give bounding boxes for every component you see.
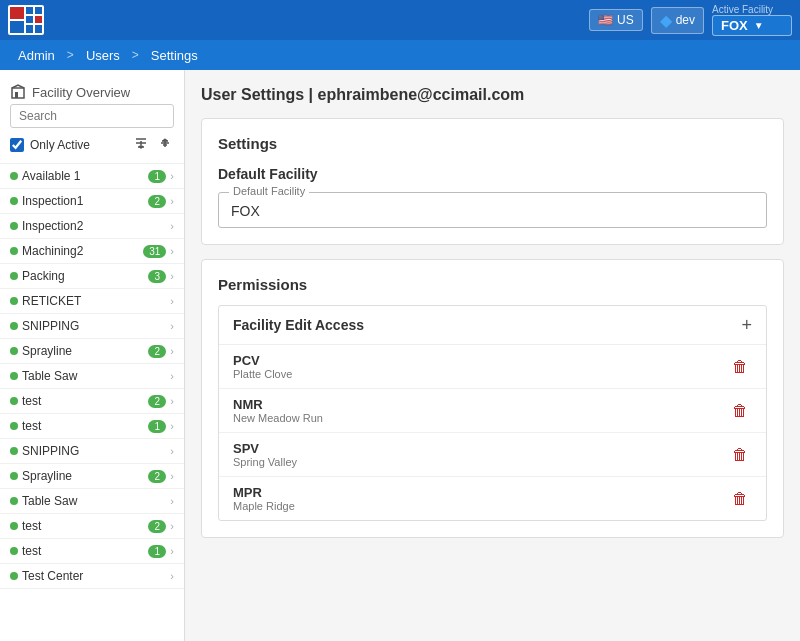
chevron-right-icon: › [170,320,174,332]
us-label: US [617,13,634,27]
sidebar-item[interactable]: Test Center › [0,564,184,589]
access-name: Maple Ridge [233,500,728,512]
chevron-right-icon: › [170,245,174,257]
chevron-right-icon: › [170,220,174,232]
sidebar-item[interactable]: test 2 › [0,514,184,539]
item-name: RETICKET [22,294,166,308]
sidebar-item[interactable]: Packing 3 › [0,264,184,289]
sidebar-item[interactable]: Table Saw › [0,364,184,389]
sidebar-list: Available 1 1 › Inspection1 2 › Inspecti… [0,164,184,641]
add-access-button[interactable]: + [741,316,752,334]
sidebar-title: Facility Overview [10,78,174,104]
sidebar-item[interactable]: test 1 › [0,414,184,439]
diamond-icon: ◆ [660,11,672,30]
chevron-right-icon: › [170,270,174,282]
settings-card-title: Settings [218,135,767,152]
filter-icon-button[interactable] [156,134,174,155]
chevron-down-icon: ▼ [754,20,764,31]
svg-rect-6 [35,16,42,23]
default-facility-field: Default Facility FOX [218,192,767,228]
sidebar-item[interactable]: Available 1 1 › [0,164,184,189]
facility-select-button[interactable]: FOX ▼ [712,15,792,36]
status-dot [10,522,18,530]
permissions-card: Permissions Facility Edit Access + PCV P… [201,259,784,538]
chevron-right-icon: › [170,545,174,557]
facility-edit-access-title: Facility Edit Access [233,317,364,333]
sidebar-item[interactable]: SNIPPING › [0,439,184,464]
svg-rect-7 [26,25,33,33]
status-dot [10,247,18,255]
svg-rect-1 [10,7,24,19]
nav-settings[interactable]: Settings [143,43,206,68]
chevron-right-icon: › [170,370,174,382]
status-dot [10,497,18,505]
mem-logo-icon [8,5,44,35]
default-facility-section-title: Default Facility [218,166,767,182]
top-bar: MEM 🇺🇸 US ◆ dev Active Facility FOX ▼ [0,0,800,40]
chevron-right-icon: › [170,470,174,482]
count-badge: 2 [148,395,166,408]
item-name: Inspection2 [22,219,166,233]
item-name: Test Center [22,569,166,583]
access-code: NMR [233,397,728,412]
sidebar-item[interactable]: test 2 › [0,389,184,414]
sidebar-header: Facility Overview Only Active [0,70,184,164]
search-input[interactable] [10,104,174,128]
sidebar-item[interactable]: Inspection1 2 › [0,189,184,214]
chevron-right-icon: › [170,170,174,182]
us-flag-emoji: 🇺🇸 [598,13,613,27]
sidebar-item[interactable]: Table Saw › [0,489,184,514]
item-name: Table Saw [22,494,166,508]
dev-button[interactable]: ◆ dev [651,7,704,34]
filter-row: Only Active [10,128,174,159]
access-name: New Meadow Run [233,412,728,424]
access-info: NMR New Meadow Run [233,397,728,424]
access-items-container: PCV Platte Clove 🗑 NMR New Meadow Run 🗑 … [219,345,766,520]
delete-access-button[interactable]: 🗑 [728,488,752,510]
top-right-controls: 🇺🇸 US ◆ dev Active Facility FOX ▼ [589,4,792,36]
delete-access-button[interactable]: 🗑 [728,444,752,466]
sidebar-item[interactable]: Inspection2 › [0,214,184,239]
nav-admin[interactable]: Admin [10,43,63,68]
content-area: User Settings | ephraimbene@ccimail.com … [185,70,800,641]
sidebar-item[interactable]: SNIPPING › [0,314,184,339]
default-facility-field-label: Default Facility [229,185,309,197]
nav-sep-2: > [132,48,139,62]
chevron-right-icon: › [170,295,174,307]
access-info: MPR Maple Ridge [233,485,728,512]
sidebar-item[interactable]: RETICKET › [0,289,184,314]
sidebar-item[interactable]: Sprayline 2 › [0,464,184,489]
svg-rect-3 [26,7,33,14]
active-facility-label: Active Facility [712,4,792,15]
chevron-right-icon: › [170,520,174,532]
sidebar-item[interactable]: test 1 › [0,539,184,564]
facility-icon [10,84,26,100]
only-active-checkbox[interactable] [10,138,24,152]
nav-users[interactable]: Users [78,43,128,68]
item-name: Sprayline [22,469,144,483]
item-name: test [22,544,144,558]
item-name: Packing [22,269,144,283]
filter-label: Only Active [30,138,126,152]
item-name: Machining2 [22,244,139,258]
sidebar-item[interactable]: Sprayline 2 › [0,339,184,364]
count-badge: 3 [148,270,166,283]
sidebar: Facility Overview Only Active [0,70,185,641]
count-badge: 1 [148,545,166,558]
access-code: PCV [233,353,728,368]
item-name: test [22,394,144,408]
chevron-right-icon: › [170,445,174,457]
sort-icon [134,136,148,150]
status-dot [10,347,18,355]
sort-icon-button[interactable] [132,134,150,155]
access-info: PCV Platte Clove [233,353,728,380]
us-flag-button[interactable]: 🇺🇸 US [589,9,643,31]
access-item: MPR Maple Ridge 🗑 [219,477,766,520]
count-badge: 2 [148,195,166,208]
chevron-right-icon: › [170,570,174,582]
delete-access-button[interactable]: 🗑 [728,400,752,422]
sidebar-item[interactable]: Machining2 31 › [0,239,184,264]
status-dot [10,272,18,280]
status-dot [10,447,18,455]
delete-access-button[interactable]: 🗑 [728,356,752,378]
